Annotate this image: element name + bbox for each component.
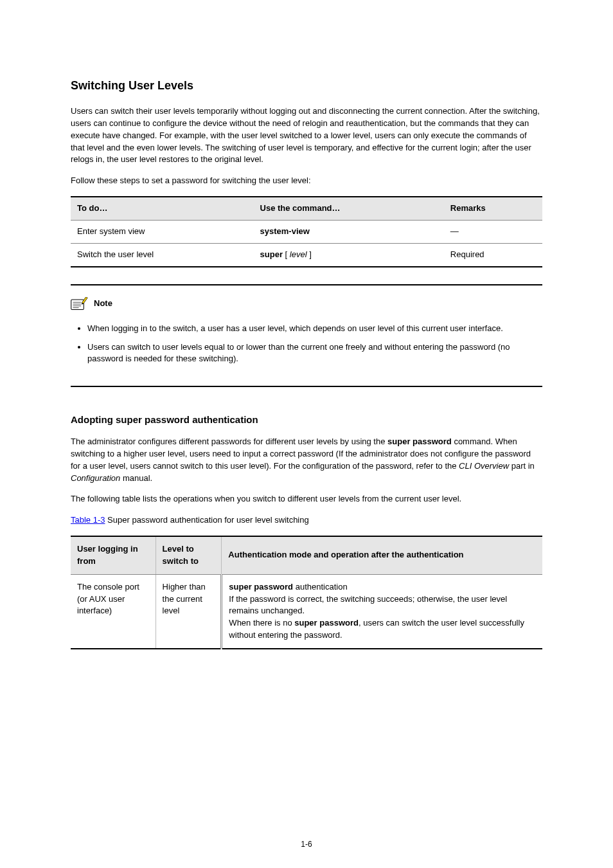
steps-lead-in: Follow these steps to set a password for…: [71, 175, 542, 187]
cell-auth: super password authenticationIf the pass…: [222, 574, 542, 649]
table-row: Enter system view system-view —: [71, 221, 542, 244]
level-switch-table: User logging in from Level to switch to …: [71, 536, 542, 649]
intro-paragraph: Users can switch their user levels tempo…: [71, 105, 542, 166]
svg-rect-0: [71, 300, 84, 309]
cell-remarks: —: [444, 221, 542, 244]
col-remarks: Remarks: [444, 197, 542, 220]
table-row: The console port (or AUX user interface)…: [71, 574, 542, 649]
command-table: To do… Use the command… Remarks Enter sy…: [71, 196, 542, 267]
col-task: To do…: [71, 197, 254, 220]
cell-task: Switch the user level: [71, 243, 254, 266]
note-callout: Note When logging in to the switch, a us…: [71, 284, 542, 388]
subsection-heading: Adopting super password authentication: [71, 413, 542, 427]
cell-remarks: Required: [444, 243, 542, 266]
cell-level: Higher than the current level: [155, 574, 222, 649]
subsection-paragraph-2: The following table lists the operations…: [71, 493, 542, 505]
note-list: When logging in to the switch, a user ha…: [71, 323, 542, 366]
table-caption: Table 1-3 Super password authentication …: [71, 514, 542, 527]
cell-command: system-view: [254, 221, 444, 244]
subsection-paragraph: The administrator configures different p…: [71, 436, 542, 484]
cell-command: super [ level ]: [254, 243, 444, 266]
note-label: Note: [94, 298, 112, 310]
table-cross-reference-link[interactable]: Table 1-3: [71, 515, 105, 525]
col-command: Use the command…: [254, 197, 444, 220]
list-item: When logging in to the switch, a user ha…: [87, 323, 542, 335]
note-icon: [71, 297, 89, 311]
col-from: User logging in from: [71, 536, 155, 574]
col-level: Level to switch to: [155, 536, 222, 574]
section-heading: Switching User Levels: [71, 77, 542, 94]
table-row: Switch the user level super [ level ] Re…: [71, 243, 542, 266]
col-auth: Authentication mode and operation after …: [222, 536, 542, 574]
page-number: 1-6: [0, 839, 613, 850]
caption-rest: Super password authentication for user l…: [107, 515, 309, 525]
cell-task: Enter system view: [71, 221, 254, 244]
cell-from: The console port (or AUX user interface): [71, 574, 155, 649]
list-item: Users can switch to user levels equal to…: [87, 341, 542, 366]
